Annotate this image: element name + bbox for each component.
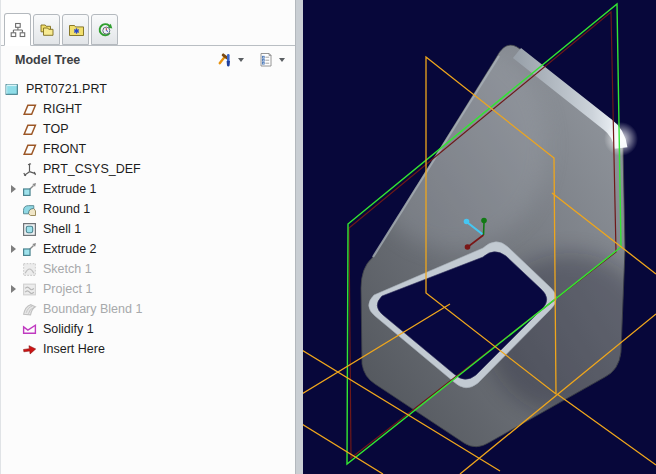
chevron-down-icon — [238, 58, 244, 62]
extrude-icon — [22, 242, 37, 257]
specular-highlight — [604, 122, 638, 156]
tree-item-project-1[interactable]: Project 1 — [1, 279, 295, 299]
tab-folder-browser[interactable] — [33, 14, 60, 45]
boundary-blend-icon — [22, 302, 37, 317]
tree-item-solidify-1[interactable]: Solidify 1 — [1, 319, 295, 339]
tree-item-label: FRONT — [43, 139, 86, 159]
tree-item-extrude-1[interactable]: Extrude 1 — [1, 179, 295, 199]
shell-icon — [22, 222, 37, 237]
tree-item-label: TOP — [43, 119, 68, 139]
tree-item-boundary-blend-1[interactable]: Boundary Blend 1 — [1, 299, 295, 319]
round-icon — [22, 202, 37, 217]
project-icon — [22, 282, 37, 297]
expand-caret[interactable] — [5, 185, 22, 193]
datum-plane-icon — [22, 122, 37, 137]
graphics-area[interactable] — [303, 0, 656, 474]
creo-window: Model Tree PRT0721.PRT RIGHT — [0, 0, 656, 474]
tree-item-shell-1[interactable]: Shell 1 — [1, 219, 295, 239]
tree-item-label: Solidify 1 — [43, 319, 94, 339]
csys-green-axis — [484, 223, 485, 235]
tree-item-label: Boundary Blend 1 — [43, 299, 142, 319]
tree-item-label: Sketch 1 — [43, 259, 92, 279]
viewport-3d[interactable] — [303, 0, 656, 474]
caret-right-icon — [11, 285, 16, 293]
tree-settings-button[interactable] — [255, 51, 287, 69]
tree-item-round-1[interactable]: Round 1 — [1, 199, 295, 219]
tree-item-label: RIGHT — [43, 99, 82, 119]
expand-caret[interactable] — [5, 245, 22, 253]
tree-item-insert-here[interactable]: Insert Here — [1, 339, 295, 359]
caret-right-icon — [11, 185, 16, 193]
tab-favorites[interactable] — [62, 14, 89, 45]
csys-cyan-point — [464, 219, 470, 225]
datum-plane-icon — [22, 142, 37, 157]
navigator-tab-bar — [1, 0, 295, 46]
tree-item-label: Round 1 — [43, 199, 90, 219]
settings-icon — [257, 52, 275, 68]
sketch-icon — [22, 262, 37, 277]
tree-item-prt-csys-def[interactable]: PRT_CSYS_DEF — [1, 159, 295, 179]
model-tree: PRT0721.PRT RIGHT TOP FRONT PRT_CSYS — [1, 74, 295, 474]
tree-item-label: Extrude 1 — [43, 179, 97, 199]
tree-item-label: PRT0721.PRT — [26, 79, 107, 99]
tree-item-label: Shell 1 — [43, 219, 81, 239]
tree-item-prt0721-prt[interactable]: PRT0721.PRT — [1, 79, 295, 99]
tree-item-right[interactable]: RIGHT — [1, 99, 295, 119]
csys-icon — [22, 162, 37, 177]
expand-caret[interactable] — [5, 285, 22, 293]
tree-item-extrude-2[interactable]: Extrude 2 — [1, 239, 295, 259]
tab-history-icon — [97, 22, 113, 38]
chevron-down-icon — [279, 58, 285, 62]
tree-item-sketch-1[interactable]: Sketch 1 — [1, 259, 295, 279]
tree-item-front[interactable]: FRONT — [1, 139, 295, 159]
datum-plane-icon — [22, 102, 37, 117]
tab-favorites-icon — [68, 22, 84, 38]
tree-item-label: Extrude 2 — [43, 239, 97, 259]
panel-splitter[interactable] — [295, 0, 303, 474]
tree-item-top[interactable]: TOP — [1, 119, 295, 139]
tools-icon — [216, 52, 234, 68]
csys-maroon-point — [465, 244, 471, 250]
tree-item-label: PRT_CSYS_DEF — [43, 159, 141, 179]
model-tree-panel: Model Tree PRT0721.PRT RIGHT — [0, 0, 295, 474]
tree-item-label: Insert Here — [43, 339, 105, 359]
part-icon — [5, 82, 20, 97]
caret-right-icon — [11, 245, 16, 253]
tab-folders-icon — [39, 22, 55, 38]
insert-here-icon — [22, 342, 37, 357]
tree-tools-button[interactable] — [214, 51, 246, 69]
panel-title: Model Tree — [15, 53, 80, 67]
tab-model-tree[interactable] — [4, 13, 31, 46]
tab-model-tree-icon — [10, 22, 26, 38]
solidify-icon — [22, 322, 37, 337]
model-tree-header: Model Tree — [1, 46, 295, 74]
extrude-icon — [22, 182, 37, 197]
csys-green-point — [481, 218, 487, 224]
tree-item-label: Project 1 — [43, 279, 92, 299]
tab-history[interactable] — [91, 14, 118, 45]
